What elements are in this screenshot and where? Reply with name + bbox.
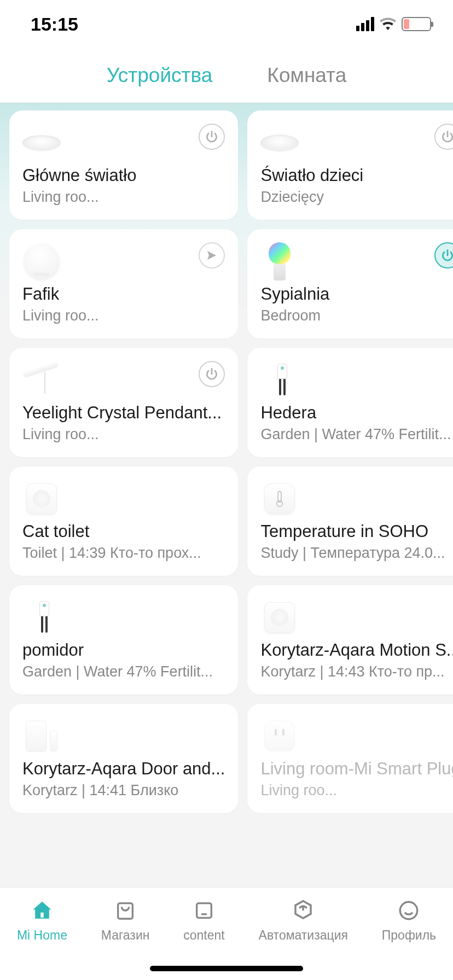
device-card[interactable]: Yeelight Crystal Pendant...Living roo... — [9, 348, 238, 457]
device-name: pomidor — [22, 640, 225, 660]
locate-button[interactable] — [199, 242, 225, 269]
device-card[interactable]: Korytarz-Aqara Door and...Korytarz | 14:… — [9, 704, 238, 813]
device-card[interactable]: Korytarz-Aqara Motion S...Korytarz | 14:… — [247, 585, 453, 695]
home-indicator — [150, 966, 303, 971]
ceiling-lamp-icon — [22, 124, 61, 162]
nav-automation[interactable]: Автоматизация — [259, 897, 348, 943]
device-card[interactable]: Cat toiletToilet | 14:39 Кто-то прох... — [9, 466, 238, 576]
device-subtitle: Garden | Water 47% Fertilit... — [22, 663, 225, 680]
nav-automation-label: Автоматизация — [259, 928, 348, 943]
device-subtitle: Study | Температура 24.0... — [260, 545, 453, 562]
device-name: Główne światło — [22, 166, 225, 185]
bag-icon — [112, 897, 138, 924]
device-grid-scroll[interactable]: Główne światłoLiving roo...Światło dziec… — [0, 103, 453, 887]
device-card[interactable]: pomidorGarden | Water 47% Fertilit... — [9, 585, 238, 695]
power-button[interactable] — [199, 361, 225, 387]
device-card[interactable]: Temperature in SOHOStudy | Температура 2… — [247, 466, 453, 576]
device-card[interactable]: SypialniaBedroom — [247, 229, 453, 339]
cellular-icon — [356, 17, 374, 31]
nav-home[interactable]: Mi Home — [17, 897, 67, 943]
device-card[interactable]: HederaGarden | Water 47% Fertilit... — [247, 348, 453, 457]
top-tabs: Устройства Комната — [0, 48, 453, 103]
device-card[interactable]: Światło dzieciDziecięcy — [247, 110, 453, 220]
device-name: Hedera — [260, 403, 453, 423]
power-button[interactable] — [434, 242, 453, 269]
device-name: Korytarz-Aqara Motion S... — [260, 640, 453, 660]
device-subtitle: Living roo... — [260, 782, 453, 799]
plug-icon — [260, 717, 299, 755]
svg-rect-2 — [40, 913, 44, 918]
device-name: Cat toilet — [22, 522, 225, 541]
bulb-icon — [260, 242, 299, 281]
device-card[interactable]: FafikLiving roo... — [9, 229, 238, 339]
device-subtitle: Living roo... — [22, 189, 225, 206]
hex-icon — [290, 897, 316, 924]
nav-store-label: Магазин — [101, 928, 150, 943]
device-subtitle: Living roo... — [22, 426, 225, 443]
nav-profile[interactable]: Профиль — [382, 897, 436, 943]
wifi-icon — [380, 18, 396, 31]
status-time: 15:15 — [31, 14, 78, 35]
door-sensor-icon — [22, 717, 61, 755]
face-icon — [396, 897, 422, 924]
pendant-icon — [22, 361, 61, 399]
device-subtitle: Dziecięcy — [260, 189, 453, 206]
device-name: Living room-Mi Smart Plug — [260, 759, 453, 779]
nav-content[interactable]: content — [183, 897, 224, 943]
device-subtitle: Korytarz | 14:41 Близко — [22, 782, 225, 799]
device-subtitle: Garden | Water 47% Fertilit... — [260, 426, 453, 443]
svg-point-6 — [400, 902, 418, 919]
square-icon — [191, 897, 217, 924]
plant-sensor-icon — [260, 361, 299, 399]
device-name: Yeelight Crystal Pendant... — [22, 403, 225, 423]
temp-sensor-icon — [260, 480, 299, 518]
device-name: Fafik — [22, 284, 225, 304]
device-name: Temperature in SOHO — [260, 522, 453, 541]
vacuum-icon — [22, 242, 61, 281]
svg-rect-4 — [197, 903, 212, 918]
status-bar: 15:15 — [0, 0, 453, 48]
device-name: Światło dzieci — [260, 166, 453, 185]
device-name: Sypialnia — [260, 284, 453, 304]
nav-home-label: Mi Home — [17, 928, 67, 943]
device-subtitle: Korytarz | 14:43 Кто-то пр... — [260, 663, 453, 680]
motion-sensor-icon — [22, 480, 61, 518]
battery-icon — [402, 17, 431, 31]
device-subtitle: Bedroom — [260, 307, 453, 324]
motion-sensor-icon — [260, 598, 299, 637]
nav-content-label: content — [183, 928, 224, 943]
nav-profile-label: Профиль — [382, 928, 436, 943]
device-card[interactable]: Główne światłoLiving roo... — [9, 110, 238, 220]
device-card[interactable]: Living room-Mi Smart PlugLiving roo... — [247, 704, 453, 813]
device-subtitle: Toilet | 14:39 Кто-то прох... — [22, 545, 225, 562]
plant-sensor-icon — [22, 598, 61, 637]
device-name: Korytarz-Aqara Door and... — [22, 759, 225, 779]
home-icon — [29, 897, 55, 924]
status-icons — [356, 17, 431, 31]
tab-devices[interactable]: Устройства — [107, 64, 213, 87]
ceiling-lamp-big-icon — [260, 124, 299, 162]
power-button[interactable] — [199, 124, 225, 150]
power-button[interactable] — [434, 124, 453, 150]
nav-store[interactable]: Магазин — [101, 897, 150, 943]
tab-rooms[interactable]: Комната — [267, 64, 346, 87]
device-subtitle: Living roo... — [22, 307, 225, 324]
bottom-nav: Mi Home Магазин content Автоматизация Пр… — [0, 887, 453, 980]
